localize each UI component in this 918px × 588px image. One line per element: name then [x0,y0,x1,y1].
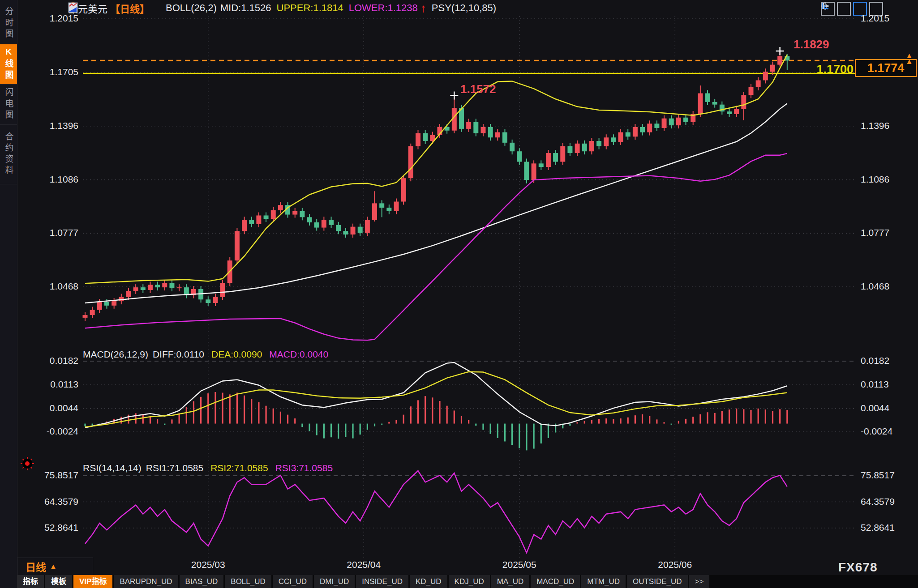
date-label: 2025/05 [488,559,551,570]
macd-name: MACD(26,12,9) [83,349,148,360]
indicator-tab-bar: 指标模板VIP指标BARUPDN_UDBIAS_UDBOLL_UDCCI_UDD… [17,575,918,588]
axis-tick-label: 0.0182 [861,355,918,366]
macd-dea-value: DEA:0.0090 [211,349,262,360]
peak-price-label: 1.1572 [460,82,496,96]
tab-boll_ud[interactable]: BOLL_UD [225,575,271,588]
watermark: FX678 [838,560,878,575]
axis-tick-label: 0.0182 [11,355,78,366]
tab-cci_ud[interactable]: CCI_UD [273,575,313,588]
tab-vip-[interactable]: VIP指标 [73,575,112,588]
tab-inside_ud[interactable]: INSIDE_UD [356,575,408,588]
axis-tick-label: 1.0468 [861,281,918,292]
rsi-header: RSI(14,14,14) RSI1:71.0585 RSI2:71.0585 … [83,463,333,473]
tab--[interactable]: 指标 [17,575,44,588]
axis-tick-label: -0.0024 [861,426,918,437]
date-label: 2025/06 [643,559,706,570]
axis-tick-label: 1.1396 [11,120,78,131]
high-price-label: 1.1829 [794,38,829,51]
axis-tick-label: 0.0044 [11,403,78,413]
axis-tick-label: 0.0113 [861,379,918,390]
axis-tick-label: 52.8641 [11,522,78,533]
psy-indicator-label: PSY(12,10,85) [432,2,496,14]
axis-scale-icon[interactable]: H [837,2,851,16]
rsi3-value: RSI3:71.0585 [275,463,333,473]
axis-tick-label: 1.2015 [11,13,78,24]
tab-kdj_ud[interactable]: KDJ_UD [449,575,490,588]
date-label: 2025/03 [177,559,240,570]
tab-barupdn_ud[interactable]: BARUPDN_UD [114,575,178,588]
axis-tick-label: 52.8641 [861,522,918,533]
boll-lower-value: LOWER:1.1238 [349,2,418,14]
tab-dmi_ud[interactable]: DMI_UD [314,575,355,588]
timeframe-label: 日线 [26,559,46,574]
tab-bias_ud[interactable]: BIAS_UD [180,575,224,588]
axis-tick-label: 64.3579 [11,496,78,507]
timeframe-arrow-icon: ▲ [50,562,57,571]
axis-tick-label: 75.8517 [861,470,918,481]
macd-header: MACD(26,12,9) DIFF:0.0110 DEA:0.0090 MAC… [83,349,328,360]
axis-tick-label: 1.2015 [861,13,918,24]
tab-outside_ud[interactable]: OUTSIDE_UD [627,575,688,588]
axis-tick-label: 1.1705 [11,67,78,77]
tab-macd_ud[interactable]: MACD_UD [531,575,580,588]
axis-tick-label: 0.0113 [11,379,78,390]
period-label[interactable]: 【日线】 [110,1,150,15]
axis-tick-label: 1.0777 [11,227,78,238]
axis-tick-label: 1.0777 [861,227,918,238]
chart-header: 欧元美元 【日线】 BOLL(26,2) MID:1.1526 UPPER:1.… [68,2,496,14]
axis-tick-label: 64.3579 [861,496,918,507]
tab-kd_ud[interactable]: KD_UD [410,575,447,588]
tab--[interactable]: 模板 [45,575,72,588]
date-label: 2025/04 [332,559,395,570]
sidebar-item-kline-chart[interactable]: K线图 [0,44,17,85]
boll-indicator-label: BOLL(26,2) [166,2,217,14]
axis-tick-label: 1.1086 [11,174,78,185]
hline-price-label[interactable]: 1.1700 [786,63,854,77]
up-arrow-icon: ↑ [420,1,426,15]
tab-mtm_ud[interactable]: MTM_UD [581,575,626,588]
boll-mid-value: MID:1.1526 [220,2,271,14]
tab->>[interactable]: >> [689,575,710,588]
macd-macd-value: MACD:0.0040 [269,349,328,360]
rsi-name: RSI(14,14,14) [83,463,142,473]
rsi2-value: RSI2:71.0585 [210,463,268,473]
sidebar-item-lightning-chart[interactable]: 闪电图 [0,85,17,125]
trading-app-window: 分时图 K线图 闪电图 合约资料 欧元美元 【日线】 BOLL(26,2) MI… [0,0,918,588]
tab-ma_ud[interactable]: MA_UD [491,575,530,588]
boll-upper-value: UPPER:1.1814 [277,2,343,14]
scroll-right-arrows-icon[interactable]: ▲▲ [905,53,913,64]
axis-tick-label: -0.0024 [11,426,78,437]
axis-tick-label: 1.1396 [861,120,918,131]
axis-tick-label: 0.0044 [861,403,918,413]
timeframe-selector[interactable]: 日线 ▲ [17,558,93,575]
axis-tick-label: 75.8517 [11,470,78,481]
chart-canvas[interactable] [0,0,918,588]
axis-tick-label: 1.0468 [11,281,78,292]
axis-tick-label: 1.1086 [861,174,918,185]
macd-diff-value: DIFF:0.0110 [153,349,204,360]
rsi1-value: RSI1:71.0585 [146,463,203,473]
